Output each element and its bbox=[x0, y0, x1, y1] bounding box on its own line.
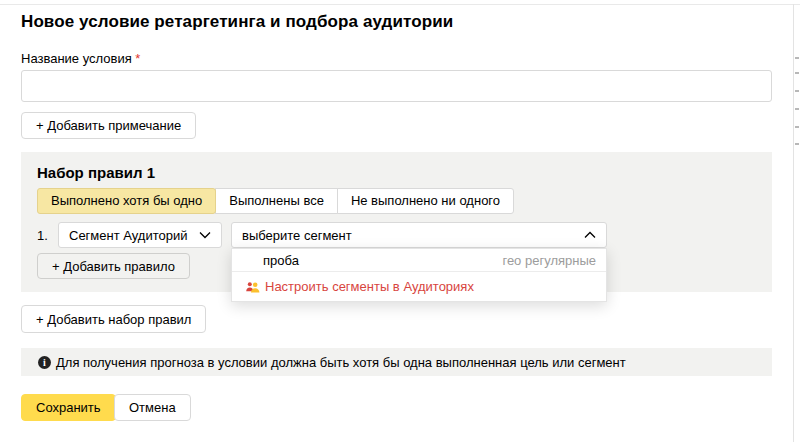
tab-all-fulfilled[interactable]: Выполнены все bbox=[215, 188, 338, 214]
segment-option[interactable]: проба гео регулярные bbox=[232, 249, 606, 272]
clipped-content-fragment bbox=[795, 143, 799, 145]
cancel-button[interactable]: Отмена bbox=[114, 394, 191, 421]
required-asterisk: * bbox=[135, 51, 140, 66]
clipped-content-fragment bbox=[795, 108, 799, 110]
right-divider bbox=[793, 4, 794, 442]
rule-type-select-value: Сегмент Аудиторий bbox=[69, 228, 188, 243]
tab-none-fulfilled[interactable]: Не выполнено ни одного bbox=[337, 188, 514, 214]
save-button[interactable]: Сохранить bbox=[21, 394, 116, 421]
forecast-info-text: Для получения прогноза в условии должна … bbox=[56, 355, 626, 370]
chevron-up-icon bbox=[584, 231, 596, 239]
yandex-audiences-icon bbox=[246, 281, 260, 293]
match-mode-tabs: Выполнено хотя бы одно Выполнены все Не … bbox=[37, 188, 514, 214]
add-rule-button[interactable]: + Добавить правило bbox=[37, 253, 190, 279]
rule-set-title: Набор правил 1 bbox=[37, 164, 155, 181]
forecast-info-bar: i Для получения прогноза в условии должн… bbox=[21, 348, 772, 376]
segment-option-name: проба bbox=[263, 253, 299, 268]
add-note-button[interactable]: + Добавить примечание bbox=[21, 112, 196, 139]
retargeting-condition-page: Новое условие ретаргетинга и подбора ауд… bbox=[0, 0, 800, 442]
segment-combobox-value: выберите сегмент bbox=[242, 228, 352, 243]
info-icon: i bbox=[38, 356, 51, 369]
chevron-down-icon bbox=[199, 231, 211, 239]
segment-option-type: гео регулярные bbox=[502, 253, 596, 268]
condition-name-input[interactable] bbox=[21, 70, 772, 102]
segment-combobox[interactable]: выберите сегмент bbox=[231, 222, 607, 248]
segment-dropdown-menu: проба гео регулярные Настроить сегменты … bbox=[231, 248, 607, 302]
top-divider bbox=[0, 4, 800, 5]
clipped-content-fragment bbox=[795, 72, 799, 74]
clipped-content-fragment bbox=[795, 90, 799, 92]
page-title: Новое условие ретаргетинга и подбора ауд… bbox=[21, 12, 453, 32]
configure-segments-link[interactable]: Настроить сегменты в Аудиториях bbox=[232, 272, 606, 301]
configure-segments-link-text: Настроить сегменты в Аудиториях bbox=[265, 279, 474, 294]
condition-name-label-text: Название условия bbox=[21, 51, 132, 66]
rule-index: 1. bbox=[37, 228, 48, 243]
clipped-content-fragment bbox=[795, 57, 799, 59]
tab-any-fulfilled[interactable]: Выполнено хотя бы одно bbox=[37, 188, 216, 214]
condition-name-label: Название условия * bbox=[21, 51, 140, 66]
add-rule-set-button[interactable]: + Добавить набор правил bbox=[21, 305, 206, 333]
rule-type-select[interactable]: Сегмент Аудиторий bbox=[58, 222, 222, 248]
clipped-content-fragment bbox=[795, 126, 799, 128]
